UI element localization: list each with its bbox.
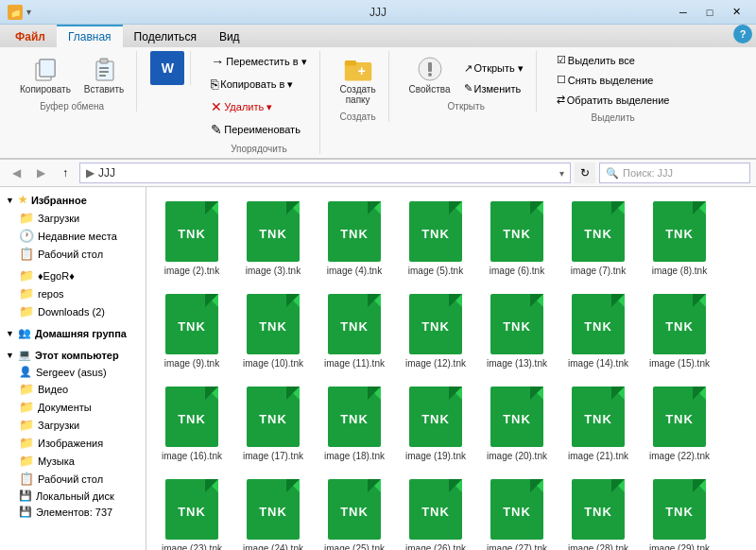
downloads-fav-label: Загрузки xyxy=(38,213,79,224)
sidebar-item-downloads-fav[interactable]: 📁 Загрузки xyxy=(0,209,146,227)
tab-view[interactable]: Вид xyxy=(208,25,251,47)
list-item[interactable]: TNK image (15).tnk xyxy=(642,287,717,374)
deselect-button[interactable]: ☐ Снять выделение xyxy=(552,71,659,89)
copy-button[interactable]: Копировать xyxy=(15,51,76,97)
copy-label: Копировать xyxy=(20,84,71,95)
thispc-header[interactable]: ▼ 💻 Этот компьютер xyxy=(0,346,146,364)
list-item[interactable]: TNK image (9).tnk xyxy=(154,287,230,374)
list-item[interactable]: TNK image (4).tnk xyxy=(317,195,392,282)
address-box[interactable]: ▶ JJJ ▾ xyxy=(79,163,571,183)
invert-button[interactable]: ⇄ Обратить выделение xyxy=(552,91,675,109)
list-item[interactable]: TNK image (6).tnk xyxy=(479,195,555,282)
homegroup-header[interactable]: ▼ 👥 Домашняя группа xyxy=(0,324,146,342)
down-arrow-icon[interactable]: ▾ xyxy=(26,7,31,17)
sidebar-item-sergeev[interactable]: 👤 Sergeev (asus) xyxy=(0,364,146,380)
tab-home[interactable]: Главная xyxy=(57,25,123,47)
sidebar-item-elements[interactable]: 💾 Элементов: 737 xyxy=(0,504,146,520)
list-item[interactable]: TNK image (11).tnk xyxy=(317,287,392,374)
list-item[interactable]: TNK image (12).tnk xyxy=(398,287,473,374)
select-all-button[interactable]: ☑ Выделить все xyxy=(552,51,640,69)
list-item[interactable]: TNK image (23).tnk xyxy=(154,473,230,550)
sidebar-item-video[interactable]: 📁 Видео xyxy=(0,380,146,398)
refresh-button[interactable]: ↻ xyxy=(575,163,595,183)
move-to-button[interactable]: → Переместить в ▾ xyxy=(206,51,311,72)
file-label: image (8).tnk xyxy=(652,266,707,277)
sidebar-item-local-disk[interactable]: 💾 Локальный диск xyxy=(0,488,146,504)
copy-to-button[interactable]: ⎘ Копировать в ▾ xyxy=(206,74,298,95)
downloads-folder-icon: 📁 xyxy=(19,211,34,225)
back-button[interactable]: ◀ xyxy=(6,163,26,183)
list-item[interactable]: TNK image (10).tnk xyxy=(235,287,311,374)
help-button[interactable]: ? xyxy=(733,25,752,43)
list-item[interactable]: TNK image (17).tnk xyxy=(235,380,311,467)
delete-button[interactable]: ✕ Удалить ▾ xyxy=(206,96,277,117)
favorites-header[interactable]: ▼ ★ Избранное xyxy=(0,191,146,209)
close-button[interactable]: ✕ xyxy=(724,3,748,22)
new-folder-icon: + xyxy=(343,54,373,84)
sidebar-item-desktop-pc[interactable]: 📋 Рабочий стол xyxy=(0,470,146,488)
properties-button[interactable]: Свойства xyxy=(404,51,455,97)
paste-icon xyxy=(89,54,119,84)
quick-access-toolbar: ▾ xyxy=(26,7,31,17)
list-item[interactable]: TNK image (5).tnk xyxy=(398,195,473,282)
list-item[interactable]: TNK image (3).tnk xyxy=(235,195,311,282)
forward-button[interactable]: ▶ xyxy=(30,163,51,183)
search-text: Поиск: JJJ xyxy=(623,167,673,179)
paste-button[interactable]: Вставить xyxy=(79,51,129,97)
repos-folder-icon: 📁 xyxy=(19,286,34,301)
list-item[interactable]: TNK image (18).tnk xyxy=(317,380,392,467)
minimize-button[interactable]: ─ xyxy=(671,3,696,22)
rename-button[interactable]: ✎ Переименовать xyxy=(206,119,305,140)
list-item[interactable]: TNK image (7).tnk xyxy=(560,195,636,282)
list-item[interactable]: TNK image (29).tnk xyxy=(642,473,717,550)
edit-button[interactable]: ✎ Изменить xyxy=(459,79,528,97)
list-item[interactable]: TNK image (28).tnk xyxy=(560,473,636,550)
list-item[interactable]: TNK image (19).tnk xyxy=(398,380,473,467)
sidebar-item-recent[interactable]: 🕐 Недавние места xyxy=(0,227,146,245)
list-item[interactable]: TNK image (20).tnk xyxy=(479,380,555,467)
list-item[interactable]: TNK image (27).tnk xyxy=(479,473,555,550)
sidebar-item-desktop-fav[interactable]: 📋 Рабочий стол xyxy=(0,245,146,263)
search-box[interactable]: 🔍 Поиск: JJJ xyxy=(599,163,750,183)
list-item[interactable]: TNK image (13).tnk xyxy=(479,287,555,374)
sidebar-item-repos[interactable]: 📁 repos xyxy=(0,284,146,302)
tnk-text: TNK xyxy=(178,227,206,241)
tnk-text: TNK xyxy=(665,505,694,519)
tnk-file-icon: TNK xyxy=(572,387,625,447)
sidebar-item-documents[interactable]: 📁 Документы xyxy=(0,398,146,416)
list-item[interactable]: TNK image (2).tnk xyxy=(154,195,230,282)
file-label: image (15).tnk xyxy=(649,358,710,370)
sidebar-item-music[interactable]: 📁 Музыка xyxy=(0,452,146,470)
list-item[interactable]: TNK image (8).tnk xyxy=(642,195,717,282)
list-item[interactable]: TNK image (16).tnk xyxy=(154,380,230,467)
ribbon-group-open-items: Свойства ↗ Открыть ▾ ✎ Изменить xyxy=(404,51,528,99)
list-item[interactable]: TNK image (24).tnk xyxy=(235,473,311,550)
sidebar-item-downloads2[interactable]: 📁 Downloads (2) xyxy=(0,302,146,320)
svg-rect-8 xyxy=(99,71,109,73)
up-button[interactable]: ↑ xyxy=(55,163,76,183)
list-item[interactable]: TNK image (25).tnk xyxy=(317,473,392,550)
tnk-text: TNK xyxy=(665,227,694,241)
maximize-button[interactable]: □ xyxy=(697,3,722,22)
desktop-pc-folder-icon: 📋 xyxy=(19,472,34,486)
sidebar-item-images[interactable]: 📁 Изображения xyxy=(0,434,146,452)
sidebar-item-egore[interactable]: 📁 ♦EgoR♦ xyxy=(0,266,146,284)
file-area[interactable]: TNK image (2).tnk TNK image (3).tnk TNK … xyxy=(146,187,756,550)
deselect-icon: ☐ xyxy=(557,74,566,86)
file-icon-wrapper: TNK xyxy=(245,292,301,356)
list-item[interactable]: TNK image (14).tnk xyxy=(560,287,636,374)
create-group-label: Создать xyxy=(340,112,376,122)
tab-share[interactable]: Поделиться xyxy=(123,25,208,47)
open-button[interactable]: ↗ Открыть ▾ xyxy=(459,60,528,77)
list-item[interactable]: TNK image (22).tnk xyxy=(642,380,717,467)
sidebar-item-downloads-pc[interactable]: 📁 Загрузки xyxy=(0,416,146,434)
new-folder-button[interactable]: + Создатьпапку xyxy=(335,51,381,108)
video-folder-icon: 📁 xyxy=(19,382,34,396)
rename-icon: ✎ xyxy=(211,122,222,137)
tab-file[interactable]: Файл xyxy=(4,25,57,47)
list-item[interactable]: TNK image (21).tnk xyxy=(560,380,636,467)
copy-to-icon: ⎘ xyxy=(211,77,218,92)
file-icon-wrapper: TNK xyxy=(570,199,627,264)
address-dropdown-icon[interactable]: ▾ xyxy=(559,168,564,179)
list-item[interactable]: TNK image (26).tnk xyxy=(398,473,473,550)
